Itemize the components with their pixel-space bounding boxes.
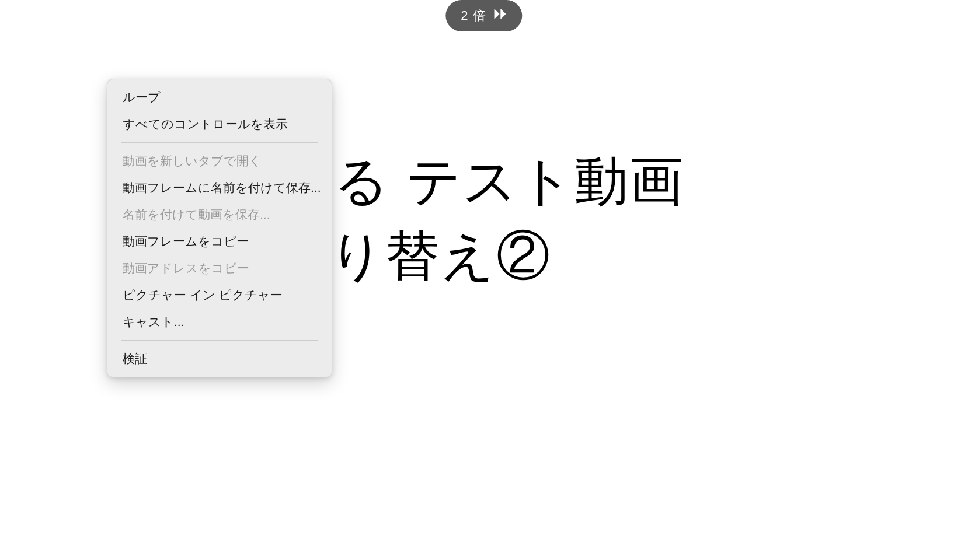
menu-item-open-new-tab: 動画を新しいタブで開く bbox=[107, 148, 332, 174]
menu-item-save-video-as: 名前を付けて動画を保存... bbox=[107, 201, 332, 228]
menu-separator bbox=[121, 340, 318, 341]
menu-item-loop[interactable]: ループ bbox=[107, 84, 332, 111]
menu-item-copy-frame[interactable]: 動画フレームをコピー bbox=[107, 228, 332, 255]
fast-forward-icon bbox=[495, 8, 507, 23]
menu-item-inspect[interactable]: 検証 bbox=[107, 345, 332, 372]
menu-item-copy-address: 動画アドレスをコピー bbox=[107, 255, 332, 282]
video-overlay-text: る テスト動画 り替え② bbox=[334, 149, 684, 299]
video-text-line1: る テスト動画 bbox=[334, 149, 684, 213]
menu-item-cast[interactable]: キャスト... bbox=[107, 309, 332, 335]
menu-item-picture-in-picture[interactable]: ピクチャー イン ピクチャー bbox=[107, 282, 332, 309]
video-text-line2: り替え② bbox=[329, 213, 684, 299]
playback-speed-indicator: 2 倍 bbox=[445, 0, 522, 32]
menu-separator bbox=[121, 142, 318, 143]
speed-label: 2 倍 bbox=[461, 7, 486, 24]
video-context-menu: ループ すべてのコントロールを表示 動画を新しいタブで開く 動画フレームに名前を… bbox=[107, 79, 332, 377]
menu-item-show-all-controls[interactable]: すべてのコントロールを表示 bbox=[107, 111, 332, 138]
menu-item-save-frame-as[interactable]: 動画フレームに名前を付けて保存... bbox=[107, 174, 332, 201]
